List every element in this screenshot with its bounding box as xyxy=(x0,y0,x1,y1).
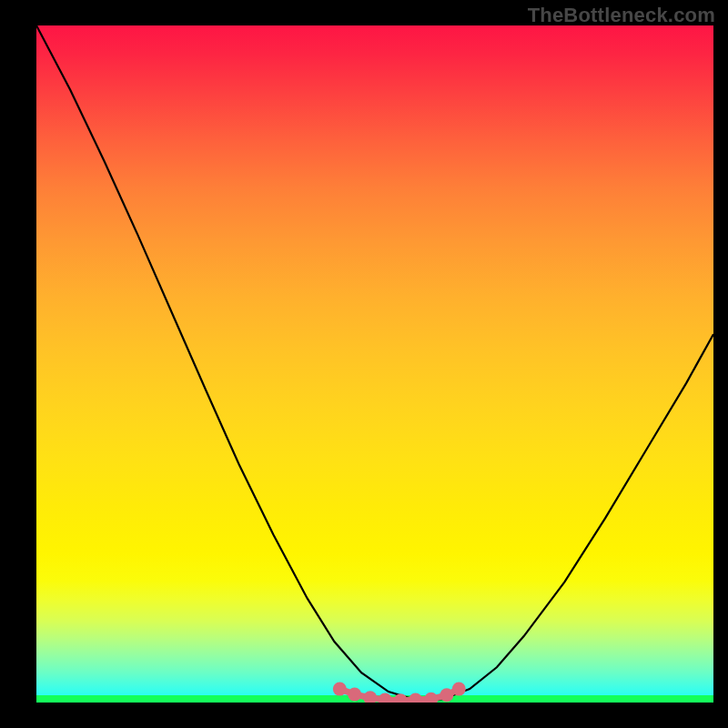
marker-layer xyxy=(36,25,713,703)
marker-dot xyxy=(379,693,392,703)
marker-dot xyxy=(409,693,422,703)
watermark-text: TheBottleneck.com xyxy=(528,4,715,27)
marker-dot xyxy=(440,688,453,702)
marker-dot xyxy=(424,693,438,703)
marker-dot xyxy=(394,693,408,703)
chart-frame: TheBottleneck.com xyxy=(0,0,728,728)
marker-dot xyxy=(452,682,466,696)
marker-dot xyxy=(363,691,377,703)
marker-dot xyxy=(348,688,361,702)
marker-dot xyxy=(333,682,347,696)
marker-dot-group xyxy=(333,682,466,703)
plot-area xyxy=(36,25,713,703)
